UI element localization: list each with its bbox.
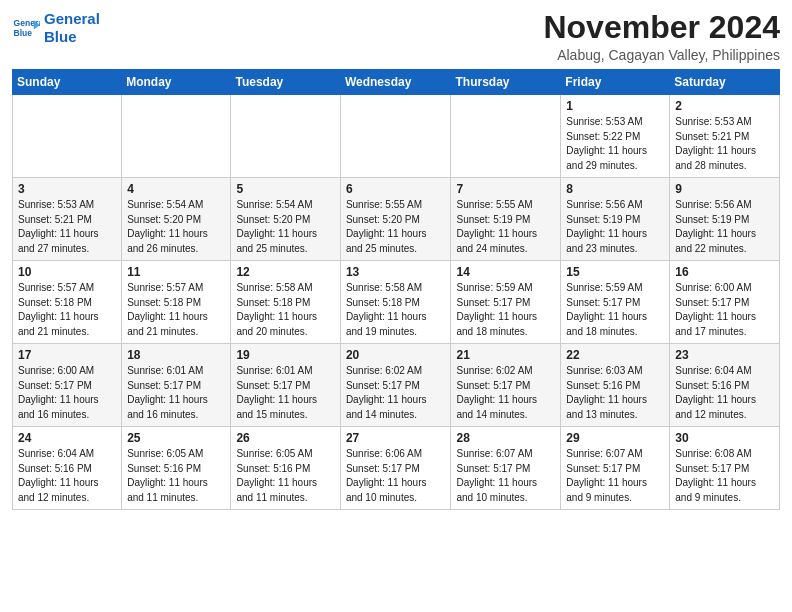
header-day-wednesday: Wednesday: [340, 70, 451, 95]
day-info: Sunrise: 6:01 AM Sunset: 5:17 PM Dayligh…: [127, 364, 225, 422]
day-number: 27: [346, 431, 446, 445]
calendar-cell: 12Sunrise: 5:58 AM Sunset: 5:18 PM Dayli…: [231, 261, 340, 344]
calendar-cell: 24Sunrise: 6:04 AM Sunset: 5:16 PM Dayli…: [13, 427, 122, 510]
calendar-cell: 30Sunrise: 6:08 AM Sunset: 5:17 PM Dayli…: [670, 427, 780, 510]
calendar-cell: 2Sunrise: 5:53 AM Sunset: 5:21 PM Daylig…: [670, 95, 780, 178]
calendar-cell: 19Sunrise: 6:01 AM Sunset: 5:17 PM Dayli…: [231, 344, 340, 427]
day-info: Sunrise: 5:55 AM Sunset: 5:20 PM Dayligh…: [346, 198, 446, 256]
day-info: Sunrise: 6:07 AM Sunset: 5:17 PM Dayligh…: [456, 447, 555, 505]
day-info: Sunrise: 6:06 AM Sunset: 5:17 PM Dayligh…: [346, 447, 446, 505]
day-number: 21: [456, 348, 555, 362]
calendar-week-1: 3Sunrise: 5:53 AM Sunset: 5:21 PM Daylig…: [13, 178, 780, 261]
calendar-cell: 26Sunrise: 6:05 AM Sunset: 5:16 PM Dayli…: [231, 427, 340, 510]
calendar-cell: [340, 95, 451, 178]
calendar-table: SundayMondayTuesdayWednesdayThursdayFrid…: [12, 69, 780, 510]
calendar-cell: 10Sunrise: 5:57 AM Sunset: 5:18 PM Dayli…: [13, 261, 122, 344]
logo-icon: General Blue: [12, 14, 40, 42]
day-info: Sunrise: 5:53 AM Sunset: 5:22 PM Dayligh…: [566, 115, 664, 173]
calendar-cell: [122, 95, 231, 178]
calendar-cell: 7Sunrise: 5:55 AM Sunset: 5:19 PM Daylig…: [451, 178, 561, 261]
day-number: 18: [127, 348, 225, 362]
calendar-week-0: 1Sunrise: 5:53 AM Sunset: 5:22 PM Daylig…: [13, 95, 780, 178]
day-number: 8: [566, 182, 664, 196]
header-day-sunday: Sunday: [13, 70, 122, 95]
calendar-cell: 23Sunrise: 6:04 AM Sunset: 5:16 PM Dayli…: [670, 344, 780, 427]
day-number: 5: [236, 182, 334, 196]
day-info: Sunrise: 5:58 AM Sunset: 5:18 PM Dayligh…: [236, 281, 334, 339]
calendar-body: 1Sunrise: 5:53 AM Sunset: 5:22 PM Daylig…: [13, 95, 780, 510]
day-info: Sunrise: 5:53 AM Sunset: 5:21 PM Dayligh…: [18, 198, 116, 256]
day-number: 4: [127, 182, 225, 196]
title-area: November 2024 Alabug, Cagayan Valley, Ph…: [543, 10, 780, 63]
day-info: Sunrise: 5:54 AM Sunset: 5:20 PM Dayligh…: [236, 198, 334, 256]
calendar-cell: 3Sunrise: 5:53 AM Sunset: 5:21 PM Daylig…: [13, 178, 122, 261]
day-info: Sunrise: 5:58 AM Sunset: 5:18 PM Dayligh…: [346, 281, 446, 339]
calendar-cell: 9Sunrise: 5:56 AM Sunset: 5:19 PM Daylig…: [670, 178, 780, 261]
calendar-cell: 4Sunrise: 5:54 AM Sunset: 5:20 PM Daylig…: [122, 178, 231, 261]
calendar-cell: 21Sunrise: 6:02 AM Sunset: 5:17 PM Dayli…: [451, 344, 561, 427]
header-day-friday: Friday: [561, 70, 670, 95]
day-info: Sunrise: 5:53 AM Sunset: 5:21 PM Dayligh…: [675, 115, 774, 173]
day-info: Sunrise: 5:56 AM Sunset: 5:19 PM Dayligh…: [566, 198, 664, 256]
calendar-cell: 16Sunrise: 6:00 AM Sunset: 5:17 PM Dayli…: [670, 261, 780, 344]
location: Alabug, Cagayan Valley, Philippines: [543, 47, 780, 63]
calendar-cell: 17Sunrise: 6:00 AM Sunset: 5:17 PM Dayli…: [13, 344, 122, 427]
day-number: 9: [675, 182, 774, 196]
day-number: 6: [346, 182, 446, 196]
day-info: Sunrise: 6:07 AM Sunset: 5:17 PM Dayligh…: [566, 447, 664, 505]
calendar-week-2: 10Sunrise: 5:57 AM Sunset: 5:18 PM Dayli…: [13, 261, 780, 344]
day-number: 24: [18, 431, 116, 445]
day-info: Sunrise: 6:00 AM Sunset: 5:17 PM Dayligh…: [675, 281, 774, 339]
calendar-header: SundayMondayTuesdayWednesdayThursdayFrid…: [13, 70, 780, 95]
calendar-cell: 28Sunrise: 6:07 AM Sunset: 5:17 PM Dayli…: [451, 427, 561, 510]
day-number: 23: [675, 348, 774, 362]
svg-text:Blue: Blue: [14, 28, 33, 38]
day-info: Sunrise: 5:54 AM Sunset: 5:20 PM Dayligh…: [127, 198, 225, 256]
calendar-cell: 20Sunrise: 6:02 AM Sunset: 5:17 PM Dayli…: [340, 344, 451, 427]
day-info: Sunrise: 5:57 AM Sunset: 5:18 PM Dayligh…: [127, 281, 225, 339]
day-info: Sunrise: 5:57 AM Sunset: 5:18 PM Dayligh…: [18, 281, 116, 339]
calendar-cell: 29Sunrise: 6:07 AM Sunset: 5:17 PM Dayli…: [561, 427, 670, 510]
day-number: 2: [675, 99, 774, 113]
day-number: 13: [346, 265, 446, 279]
calendar-cell: [13, 95, 122, 178]
calendar-cell: [451, 95, 561, 178]
day-number: 3: [18, 182, 116, 196]
day-number: 16: [675, 265, 774, 279]
logo-area: General Blue GeneralBlue: [12, 10, 100, 46]
calendar-cell: 15Sunrise: 5:59 AM Sunset: 5:17 PM Dayli…: [561, 261, 670, 344]
header-day-monday: Monday: [122, 70, 231, 95]
day-info: Sunrise: 5:59 AM Sunset: 5:17 PM Dayligh…: [456, 281, 555, 339]
calendar-cell: 8Sunrise: 5:56 AM Sunset: 5:19 PM Daylig…: [561, 178, 670, 261]
calendar-cell: 11Sunrise: 5:57 AM Sunset: 5:18 PM Dayli…: [122, 261, 231, 344]
day-info: Sunrise: 5:56 AM Sunset: 5:19 PM Dayligh…: [675, 198, 774, 256]
calendar-week-3: 17Sunrise: 6:00 AM Sunset: 5:17 PM Dayli…: [13, 344, 780, 427]
month-title: November 2024: [543, 10, 780, 45]
calendar-cell: 22Sunrise: 6:03 AM Sunset: 5:16 PM Dayli…: [561, 344, 670, 427]
day-number: 17: [18, 348, 116, 362]
day-info: Sunrise: 6:08 AM Sunset: 5:17 PM Dayligh…: [675, 447, 774, 505]
day-number: 12: [236, 265, 334, 279]
header-day-thursday: Thursday: [451, 70, 561, 95]
calendar-cell: 6Sunrise: 5:55 AM Sunset: 5:20 PM Daylig…: [340, 178, 451, 261]
day-info: Sunrise: 6:04 AM Sunset: 5:16 PM Dayligh…: [18, 447, 116, 505]
calendar-cell: 18Sunrise: 6:01 AM Sunset: 5:17 PM Dayli…: [122, 344, 231, 427]
day-number: 14: [456, 265, 555, 279]
day-number: 25: [127, 431, 225, 445]
calendar-week-4: 24Sunrise: 6:04 AM Sunset: 5:16 PM Dayli…: [13, 427, 780, 510]
day-info: Sunrise: 6:01 AM Sunset: 5:17 PM Dayligh…: [236, 364, 334, 422]
day-info: Sunrise: 6:05 AM Sunset: 5:16 PM Dayligh…: [236, 447, 334, 505]
calendar-cell: 5Sunrise: 5:54 AM Sunset: 5:20 PM Daylig…: [231, 178, 340, 261]
day-number: 1: [566, 99, 664, 113]
day-number: 7: [456, 182, 555, 196]
day-info: Sunrise: 6:02 AM Sunset: 5:17 PM Dayligh…: [456, 364, 555, 422]
day-number: 15: [566, 265, 664, 279]
day-number: 20: [346, 348, 446, 362]
day-number: 11: [127, 265, 225, 279]
calendar-cell: 1Sunrise: 5:53 AM Sunset: 5:22 PM Daylig…: [561, 95, 670, 178]
day-number: 22: [566, 348, 664, 362]
header-day-tuesday: Tuesday: [231, 70, 340, 95]
header-row: SundayMondayTuesdayWednesdayThursdayFrid…: [13, 70, 780, 95]
day-number: 29: [566, 431, 664, 445]
day-info: Sunrise: 6:02 AM Sunset: 5:17 PM Dayligh…: [346, 364, 446, 422]
